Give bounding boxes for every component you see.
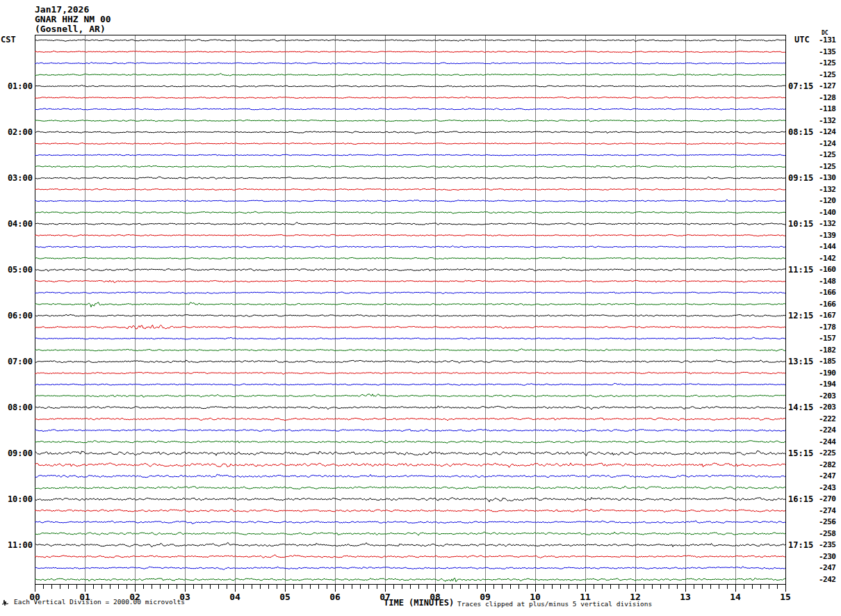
trace-row-27 (35, 348, 785, 351)
x-tick-label: 06 (322, 592, 348, 602)
dc-offset-value: -157 (819, 334, 841, 343)
trace-row-6 (35, 108, 785, 110)
dc-offset-value: -247 (819, 564, 841, 572)
utc-hour-label: 09:15 (788, 173, 820, 183)
plot-date: Jan17,2026 (35, 4, 89, 15)
dc-offset-value: -225 (819, 449, 841, 457)
trace-row-19 (35, 257, 785, 259)
dc-offset-value: -166 (819, 300, 841, 309)
cst-hour-label: 10:00 (0, 494, 33, 504)
dc-offset-value: -258 (819, 530, 841, 538)
trace-row-13 (35, 188, 785, 191)
trace-row-8 (35, 131, 785, 133)
trace-row-20 (35, 269, 785, 272)
trace-row-28 (35, 359, 785, 363)
trace-row-34 (35, 430, 785, 432)
utc-hour-label: 16:15 (788, 494, 820, 504)
right-timezone-header: UTC (794, 35, 810, 44)
cst-hour-label: 04:00 (0, 219, 33, 229)
trace-row-37 (35, 463, 785, 468)
dc-offset-value: -270 (819, 495, 841, 503)
dc-offset-value: -118 (819, 105, 841, 113)
dc-offset-value: -243 (819, 484, 841, 492)
trace-row-32 (35, 406, 785, 410)
x-tick-label: 12 (623, 592, 648, 602)
trace-row-3 (35, 74, 785, 76)
dc-offset-value: -125 (819, 71, 841, 79)
dc-offset-value: -167 (819, 311, 841, 320)
trace-row-40 (35, 497, 785, 502)
helicorder-canvas (0, 0, 841, 616)
trace-row-44 (35, 542, 785, 547)
dc-offset-value: -132 (819, 186, 841, 194)
trace-row-24 (35, 314, 785, 316)
dc-offset-value: -140 (819, 209, 841, 217)
dc-offset-value: -132 (819, 220, 841, 228)
axis-ticks (35, 584, 785, 592)
trace-row-7 (35, 120, 785, 122)
x-tick-label: 03 (172, 592, 197, 602)
x-tick-label: 15 (773, 592, 798, 602)
plot-frame (35, 35, 785, 584)
trace-row-22 (35, 292, 785, 294)
trace-row-33 (35, 418, 785, 421)
dc-offset-value: -125 (819, 163, 841, 171)
left-timezone-header: CST (1, 35, 16, 44)
trace-row-45 (35, 555, 785, 558)
utc-hour-label: 11:15 (788, 265, 820, 275)
dc-offset-value: -127 (819, 82, 841, 90)
dc-offset-value: -124 (819, 140, 841, 148)
dc-offset-value: -185 (819, 357, 841, 366)
dc-offset-value: -166 (819, 289, 841, 297)
dc-offset-value: -230 (819, 553, 841, 561)
cst-hour-label: 07:00 (0, 357, 33, 366)
x-tick-label: 01 (72, 592, 97, 602)
x-tick-label: 08 (423, 592, 448, 602)
dc-offset-value: -160 (819, 266, 841, 274)
dc-offset-value: -120 (819, 197, 841, 205)
dc-offset-value: -247 (819, 472, 841, 480)
dc-offset-value: -235 (819, 541, 841, 549)
trace-row-10 (35, 154, 785, 156)
trace-row-12 (35, 177, 785, 179)
minute-gridlines (85, 35, 735, 584)
cst-hour-label: 08:00 (0, 403, 33, 412)
trace-row-16 (35, 222, 785, 225)
trace-row-21 (35, 280, 785, 283)
logo-icon (2, 600, 8, 606)
cst-hour-label: 11:00 (0, 540, 33, 550)
dc-offset-value: -125 (819, 59, 841, 67)
cst-hour-label: 03:00 (0, 173, 33, 183)
dc-offset-value: -203 (819, 403, 841, 412)
dc-offset-value: -203 (819, 392, 841, 400)
trace-row-4 (35, 85, 785, 87)
trace-row-0 (35, 39, 785, 41)
helicorder-screen: Jan17,2026 GNAR HHZ NM 00 (Gosnell, AR) … (0, 0, 841, 616)
trace-row-41 (35, 509, 785, 512)
station-code: GNAR HHZ NM 00 (35, 14, 111, 24)
trace-row-43 (35, 532, 785, 535)
trace-row-18 (35, 245, 785, 248)
station-location: (Gosnell, AR) (35, 24, 106, 34)
x-tick-label: 07 (373, 592, 398, 602)
dc-offset-value: -132 (819, 117, 841, 125)
dc-offset-value: -194 (819, 380, 841, 389)
dc-offset-value: -282 (819, 461, 841, 469)
trace-row-17 (35, 234, 785, 236)
x-tick-label: 11 (573, 592, 598, 602)
x-tick-label: 10 (523, 592, 548, 602)
dc-offset-value: -274 (819, 507, 841, 515)
trace-row-1 (35, 51, 785, 53)
cst-hour-label: 01:00 (0, 81, 33, 91)
cst-hour-label: 06:00 (0, 311, 33, 321)
utc-hour-label: 13:15 (788, 357, 820, 366)
utc-hour-label: 12:15 (788, 311, 820, 321)
dc-offset-value: -130 (819, 174, 841, 182)
dc-offset-value: -242 (819, 576, 841, 584)
x-tick-label: 00 (22, 592, 47, 602)
dc-offset-value: -148 (819, 277, 841, 286)
trace-row-5 (35, 97, 785, 99)
trace-row-30 (35, 383, 785, 385)
utc-hour-label: 10:15 (788, 219, 820, 229)
dc-offset-value: -128 (819, 94, 841, 102)
